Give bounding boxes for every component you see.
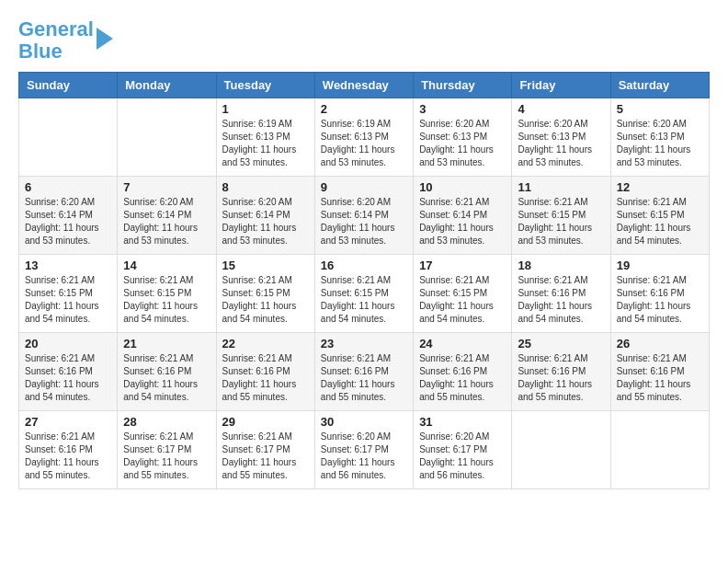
day-info: Sunrise: 6:19 AM Sunset: 6:13 PM Dayligh… (222, 118, 309, 169)
logo-text-line2: Blue (18, 40, 94, 63)
calendar-day-cell: 26Sunrise: 6:21 AM Sunset: 6:16 PM Dayli… (610, 333, 709, 411)
calendar-day-cell: 29Sunrise: 6:21 AM Sunset: 6:17 PM Dayli… (216, 411, 314, 489)
calendar-week-row: 6Sunrise: 6:20 AM Sunset: 6:14 PM Daylig… (19, 177, 710, 255)
calendar-day-cell (19, 98, 118, 177)
calendar-day-cell: 8Sunrise: 6:20 AM Sunset: 6:14 PM Daylig… (216, 177, 314, 255)
calendar-day-cell: 30Sunrise: 6:20 AM Sunset: 6:17 PM Dayli… (314, 411, 413, 489)
day-info: Sunrise: 6:20 AM Sunset: 6:17 PM Dayligh… (321, 431, 407, 482)
calendar-day-cell: 2Sunrise: 6:19 AM Sunset: 6:13 PM Daylig… (314, 98, 413, 177)
calendar-day-cell: 5Sunrise: 6:20 AM Sunset: 6:13 PM Daylig… (610, 98, 709, 177)
day-info: Sunrise: 6:21 AM Sunset: 6:16 PM Dayligh… (518, 274, 604, 326)
calendar-week-row: 27Sunrise: 6:21 AM Sunset: 6:16 PM Dayli… (19, 411, 710, 489)
day-info: Sunrise: 6:21 AM Sunset: 6:15 PM Dayligh… (25, 274, 111, 326)
day-info: Sunrise: 6:21 AM Sunset: 6:15 PM Dayligh… (321, 274, 407, 326)
day-number: 23 (321, 337, 407, 350)
logo-text-line1: General (18, 18, 94, 40)
day-number: 9 (321, 180, 407, 194)
calendar-day-cell: 31Sunrise: 6:20 AM Sunset: 6:17 PM Dayli… (414, 411, 512, 489)
day-info: Sunrise: 6:21 AM Sunset: 6:15 PM Dayligh… (617, 196, 703, 247)
day-number: 11 (518, 180, 604, 194)
day-number: 19 (617, 259, 703, 272)
weekday-header: Wednesday (314, 73, 413, 98)
day-info: Sunrise: 6:20 AM Sunset: 6:13 PM Dayligh… (617, 118, 703, 169)
weekday-header: Saturday (610, 73, 709, 98)
day-number: 25 (518, 337, 604, 350)
calendar-day-cell: 14Sunrise: 6:21 AM Sunset: 6:15 PM Dayli… (118, 255, 216, 333)
calendar-header: SundayMondayTuesdayWednesdayThursdayFrid… (19, 73, 710, 98)
day-number: 28 (123, 415, 210, 429)
calendar-day-cell: 10Sunrise: 6:21 AM Sunset: 6:14 PM Dayli… (414, 177, 512, 255)
calendar-week-row: 13Sunrise: 6:21 AM Sunset: 6:15 PM Dayli… (19, 255, 710, 333)
day-info: Sunrise: 6:21 AM Sunset: 6:16 PM Dayligh… (222, 352, 309, 404)
day-number: 2 (321, 102, 407, 116)
calendar-week-row: 20Sunrise: 6:21 AM Sunset: 6:16 PM Dayli… (19, 333, 710, 411)
calendar-week-row: 1Sunrise: 6:19 AM Sunset: 6:13 PM Daylig… (19, 98, 710, 177)
calendar-day-cell: 16Sunrise: 6:21 AM Sunset: 6:15 PM Dayli… (314, 255, 413, 333)
calendar-day-cell: 1Sunrise: 6:19 AM Sunset: 6:13 PM Daylig… (216, 98, 314, 177)
calendar-day-cell (512, 411, 610, 489)
day-info: Sunrise: 6:19 AM Sunset: 6:13 PM Dayligh… (321, 118, 407, 169)
day-info: Sunrise: 6:20 AM Sunset: 6:14 PM Dayligh… (321, 196, 407, 247)
calendar-day-cell: 7Sunrise: 6:20 AM Sunset: 6:14 PM Daylig… (118, 177, 216, 255)
calendar-day-cell: 9Sunrise: 6:20 AM Sunset: 6:14 PM Daylig… (314, 177, 413, 255)
calendar-day-cell: 13Sunrise: 6:21 AM Sunset: 6:15 PM Dayli… (19, 255, 118, 333)
weekday-header: Friday (512, 73, 610, 98)
day-number: 22 (222, 337, 309, 350)
day-info: Sunrise: 6:21 AM Sunset: 6:17 PM Dayligh… (123, 431, 210, 482)
day-number: 15 (222, 259, 309, 272)
calendar-day-cell: 3Sunrise: 6:20 AM Sunset: 6:13 PM Daylig… (414, 98, 512, 177)
calendar-day-cell: 25Sunrise: 6:21 AM Sunset: 6:16 PM Dayli… (512, 333, 610, 411)
day-number: 3 (419, 102, 506, 116)
day-number: 10 (419, 180, 506, 194)
weekday-header: Thursday (414, 73, 512, 98)
calendar-day-cell: 12Sunrise: 6:21 AM Sunset: 6:15 PM Dayli… (610, 177, 709, 255)
weekday-header: Sunday (19, 73, 118, 98)
page-header: General Blue (18, 18, 710, 63)
day-info: Sunrise: 6:21 AM Sunset: 6:16 PM Dayligh… (25, 431, 111, 482)
day-info: Sunrise: 6:20 AM Sunset: 6:14 PM Dayligh… (123, 196, 210, 247)
weekday-header: Tuesday (216, 73, 314, 98)
day-number: 18 (518, 259, 604, 272)
day-number: 27 (25, 415, 111, 429)
calendar-day-cell: 4Sunrise: 6:20 AM Sunset: 6:13 PM Daylig… (512, 98, 610, 177)
calendar-day-cell (610, 411, 709, 489)
day-number: 26 (617, 337, 703, 350)
day-info: Sunrise: 6:21 AM Sunset: 6:14 PM Dayligh… (419, 196, 506, 247)
calendar-day-cell: 18Sunrise: 6:21 AM Sunset: 6:16 PM Dayli… (512, 255, 610, 333)
weekday-header: Monday (118, 73, 216, 98)
calendar-day-cell: 15Sunrise: 6:21 AM Sunset: 6:15 PM Dayli… (216, 255, 314, 333)
calendar-day-cell: 22Sunrise: 6:21 AM Sunset: 6:16 PM Dayli… (216, 333, 314, 411)
calendar-day-cell: 24Sunrise: 6:21 AM Sunset: 6:16 PM Dayli… (414, 333, 512, 411)
day-info: Sunrise: 6:20 AM Sunset: 6:14 PM Dayligh… (25, 196, 111, 247)
day-info: Sunrise: 6:21 AM Sunset: 6:17 PM Dayligh… (222, 431, 309, 482)
calendar-day-cell (118, 98, 216, 177)
logo-arrow-icon (97, 28, 113, 50)
calendar-day-cell: 28Sunrise: 6:21 AM Sunset: 6:17 PM Dayli… (118, 411, 216, 489)
calendar-day-cell: 17Sunrise: 6:21 AM Sunset: 6:15 PM Dayli… (414, 255, 512, 333)
day-number: 7 (123, 180, 210, 194)
day-info: Sunrise: 6:20 AM Sunset: 6:14 PM Dayligh… (222, 196, 309, 247)
day-info: Sunrise: 6:21 AM Sunset: 6:16 PM Dayligh… (419, 352, 506, 404)
calendar-day-cell: 21Sunrise: 6:21 AM Sunset: 6:16 PM Dayli… (118, 333, 216, 411)
day-number: 20 (25, 337, 111, 350)
day-info: Sunrise: 6:20 AM Sunset: 6:13 PM Dayligh… (419, 118, 506, 169)
day-number: 16 (321, 259, 407, 272)
calendar-day-cell: 19Sunrise: 6:21 AM Sunset: 6:16 PM Dayli… (610, 255, 709, 333)
day-info: Sunrise: 6:21 AM Sunset: 6:15 PM Dayligh… (123, 274, 210, 326)
calendar-day-cell: 23Sunrise: 6:21 AM Sunset: 6:16 PM Dayli… (314, 333, 413, 411)
calendar-day-cell: 27Sunrise: 6:21 AM Sunset: 6:16 PM Dayli… (19, 411, 118, 489)
day-number: 30 (321, 415, 407, 429)
day-number: 12 (617, 180, 703, 194)
calendar-body: 1Sunrise: 6:19 AM Sunset: 6:13 PM Daylig… (19, 98, 710, 489)
day-number: 6 (25, 180, 111, 194)
day-number: 31 (419, 415, 506, 429)
day-info: Sunrise: 6:21 AM Sunset: 6:16 PM Dayligh… (25, 352, 111, 404)
calendar-day-cell: 20Sunrise: 6:21 AM Sunset: 6:16 PM Dayli… (19, 333, 118, 411)
day-info: Sunrise: 6:21 AM Sunset: 6:15 PM Dayligh… (419, 274, 506, 326)
day-info: Sunrise: 6:21 AM Sunset: 6:15 PM Dayligh… (518, 196, 604, 247)
day-info: Sunrise: 6:21 AM Sunset: 6:16 PM Dayligh… (617, 274, 703, 326)
day-number: 4 (518, 102, 604, 116)
day-number: 21 (123, 337, 210, 350)
calendar-table: SundayMondayTuesdayWednesdayThursdayFrid… (18, 72, 710, 489)
day-number: 1 (222, 102, 309, 116)
